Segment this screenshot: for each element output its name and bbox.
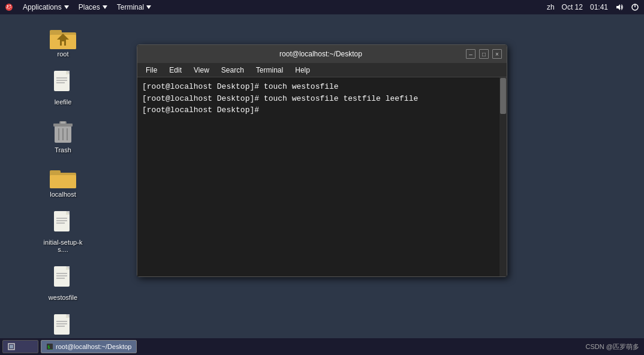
terminal-scrollbar-thumb[interactable]: [500, 78, 506, 114]
minimize-button[interactable]: –: [466, 49, 476, 59]
top-panel-right: zh Oct 12 01:41: [547, 3, 639, 11]
home-folder-icon: [49, 23, 77, 49]
svg-text:$_: $_: [47, 345, 53, 350]
testfile-icon: [52, 313, 74, 341]
desktop-icon-trash[interactable]: Trash: [39, 115, 87, 156]
svg-point-3: [10, 7, 11, 8]
places-menu[interactable]: Places: [79, 3, 107, 11]
show-desktop-icon: [8, 343, 15, 350]
terminal-line-3: [root@localhost Desktop]#: [142, 104, 502, 116]
chevron-down-icon-3: [146, 5, 151, 9]
gnome-foot-icon: [5, 3, 13, 11]
terminal-menu-view[interactable]: View: [189, 65, 214, 76]
taskbar-right: CSDN @匹罗萌多: [586, 342, 642, 351]
localhost-folder-icon: [49, 166, 77, 189]
terminal-controls: – □ ×: [466, 49, 502, 59]
localhost-icon-label: localhost: [50, 191, 76, 198]
svg-rect-11: [50, 30, 62, 35]
terminal-title: root@localhost:~/Desktop: [176, 50, 466, 58]
desktop-icon-westosfile[interactable]: westosfile: [39, 263, 87, 303]
svg-marker-6: [616, 4, 620, 10]
svg-point-4: [7, 7, 8, 8]
chevron-down-icon-2: [103, 5, 107, 9]
restore-button[interactable]: □: [479, 49, 489, 59]
terminal-line-2: [root@localhost Desktop]# touch westosfi…: [142, 93, 502, 105]
svg-point-0: [5, 4, 13, 11]
desktop: Applications Places Terminal zh Oct 12 0…: [0, 0, 644, 355]
svg-rect-29: [50, 175, 76, 188]
terminal-task-icon: $_: [46, 343, 53, 350]
svg-rect-50: [10, 345, 13, 348]
terminal-menu-terminal[interactable]: Terminal: [251, 65, 288, 76]
svg-rect-27: [61, 122, 65, 124]
westosfile-icon: [52, 265, 74, 293]
terminal-menu-file[interactable]: File: [141, 65, 162, 76]
trash-icon-label: Trash: [55, 146, 71, 154]
desktop-icon-root[interactable]: root: [39, 20, 87, 60]
terminal-menu[interactable]: Terminal: [117, 3, 151, 11]
chevron-down-icon: [64, 5, 69, 9]
terminal-line-1: [root@localhost Desktop]# touch westosfi…: [142, 81, 502, 93]
terminal-menu-help[interactable]: Help: [290, 65, 315, 76]
desktop-icons-area: root leefile: [0, 14, 126, 338]
terminal-menu-search[interactable]: Search: [216, 65, 249, 76]
leefile-icon: [52, 70, 74, 97]
root-icon-label: root: [58, 50, 69, 58]
locale-label: zh: [547, 3, 555, 11]
leefile-icon-label: leefile: [55, 98, 72, 106]
gnome-menu-button[interactable]: [5, 3, 13, 11]
close-button[interactable]: ×: [492, 49, 502, 59]
desktop-icon-leefile[interactable]: leefile: [39, 67, 87, 108]
trash-icon: [51, 118, 75, 145]
taskbar: $_ root@localhost:~/Desktop CSDN @匹罗萌多: [0, 338, 644, 355]
terminal-window: root@localhost:~/Desktop – □ × File Edit…: [137, 44, 507, 277]
terminal-task-label: root@localhost:~/Desktop: [56, 343, 131, 350]
svg-rect-30: [50, 170, 61, 175]
time-label: 01:41: [590, 3, 608, 11]
terminal-content[interactable]: [root@localhost Desktop]# touch westosfi…: [137, 77, 507, 276]
desktop-icon-localhost[interactable]: localhost: [39, 163, 87, 200]
taskbar-csdn-label: CSDN @匹罗萌多: [586, 342, 639, 351]
show-desktop-button[interactable]: [2, 340, 38, 353]
svg-point-2: [10, 5, 11, 6]
applications-menu[interactable]: Applications: [23, 3, 69, 11]
westosfile-icon-label: westosfile: [49, 294, 77, 301]
terminal-menu-edit[interactable]: Edit: [164, 65, 186, 76]
initial-setup-icon-label: initial-setup-ks....: [41, 239, 85, 253]
top-panel-left: Applications Places Terminal: [5, 3, 151, 11]
initial-setup-icon: [52, 210, 74, 237]
date-label: Oct 12: [562, 3, 583, 11]
terminal-titlebar: root@localhost:~/Desktop – □ ×: [137, 45, 507, 63]
top-panel: Applications Places Terminal zh Oct 12 0…: [0, 0, 644, 14]
terminal-task-button[interactable]: $_ root@localhost:~/Desktop: [41, 340, 137, 353]
svg-point-5: [8, 8, 10, 9]
svg-point-1: [7, 5, 8, 7]
terminal-scrollbar[interactable]: [499, 77, 507, 276]
terminal-menubar: File Edit View Search Terminal Help: [137, 63, 507, 77]
desktop-icon-initial-setup[interactable]: initial-setup-ks....: [39, 207, 87, 255]
svg-rect-14: [62, 41, 64, 46]
power-icon[interactable]: [631, 3, 639, 11]
volume-icon[interactable]: [615, 3, 624, 11]
